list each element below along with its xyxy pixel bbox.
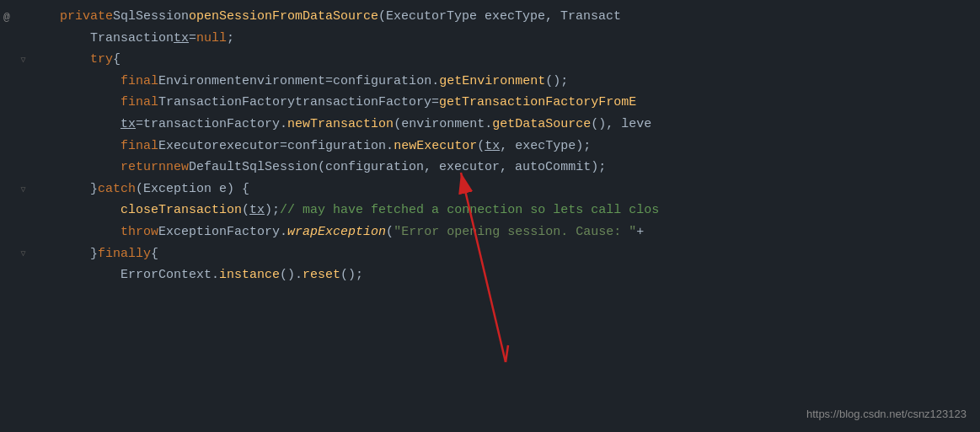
token: SqlSession [113, 7, 189, 27]
token: wrapException [287, 222, 386, 243]
gutter-line-7 [0, 136, 46, 158]
token: (); [545, 72, 568, 92]
gutter-line-4 [0, 72, 46, 93]
token: . [280, 222, 287, 243]
token: Transaction [60, 29, 174, 49]
gutter-line-6 [0, 115, 46, 136]
token: , execType); [500, 136, 591, 157]
code-line-3: try { [46, 50, 980, 72]
fold-catch[interactable] [18, 184, 29, 196]
editor-container: @ private SqlSession op [0, 0, 980, 432]
code-line-5: final TransactionFactory transactionFact… [46, 93, 980, 115]
token: tx [485, 136, 500, 157]
token: final [120, 136, 158, 157]
token: (Exception e) { [136, 179, 249, 200]
token: openSessionFromDataSource [189, 7, 378, 27]
code-line-1: private SqlSession openSessionFromDataSo… [46, 7, 980, 29]
token: getEnvironment [439, 72, 545, 92]
code-area: private SqlSession openSessionFromDataSo… [46, 0, 980, 432]
token: new [166, 157, 189, 178]
token: { [151, 244, 158, 264]
token: (), leve [591, 115, 651, 135]
token: catch [98, 179, 136, 200]
token: (); [340, 265, 363, 285]
token [60, 93, 120, 113]
token [60, 222, 120, 243]
token: ); [265, 200, 280, 221]
token: tx [120, 115, 136, 135]
token: final [120, 93, 158, 113]
token: ( [477, 136, 485, 157]
token: // may have fetched a connection so lets… [280, 200, 659, 221]
token: null [196, 29, 227, 49]
token: getDataSource [492, 115, 591, 135]
token: "Error opening session. Cause: " [394, 222, 636, 243]
token: Executor [158, 136, 219, 157]
token [60, 50, 90, 70]
token: configuration [333, 72, 431, 92]
token: executor [219, 136, 280, 157]
gutter-line-1: @ [0, 7, 46, 29]
token [60, 136, 120, 157]
token: { [113, 50, 120, 70]
token: } [60, 179, 98, 200]
token: = [431, 93, 439, 113]
token: return [120, 157, 166, 178]
token: Environment [158, 72, 242, 92]
code-line-4: final Environment environment = configur… [46, 72, 980, 93]
token: = [280, 136, 287, 157]
code-line-10: closeTransaction ( tx ); // may have fet… [46, 200, 980, 222]
token: try [90, 50, 113, 70]
token: (). [280, 265, 303, 285]
fold-try[interactable] [18, 55, 29, 67]
token: ErrorContext [60, 265, 212, 285]
gutter-line-9[interactable] [0, 179, 46, 201]
token: throw [120, 222, 158, 243]
watermark: https://blog.csdn.net/csnz123123 [806, 406, 967, 424]
token: newExecutor [394, 136, 477, 157]
code-line-9: } catch (Exception e) { [46, 179, 980, 201]
token: = [136, 115, 143, 135]
token: ( [242, 200, 249, 221]
svg-line-2 [506, 345, 508, 362]
token: closeTransaction [120, 200, 242, 221]
token: instance [219, 265, 280, 285]
code-line-13: ErrorContext . instance (). reset (); [46, 265, 980, 287]
code-line-8: return new DefaultSqlSession (configurat… [46, 157, 980, 179]
token: ; [227, 29, 234, 49]
gutter-line-13 [0, 265, 46, 287]
fold-finally[interactable] [18, 248, 29, 260]
at-symbol: @ [3, 8, 10, 26]
code-line-2: Transaction tx = null ; [46, 29, 980, 51]
token: transactionFactory [295, 93, 431, 113]
code-line-12: } finally { [46, 244, 980, 266]
token: configuration [287, 136, 386, 157]
token: reset [303, 265, 340, 285]
token: getTransactionFactoryFromE [439, 93, 636, 113]
token: + [636, 222, 644, 243]
token: transactionFactory [143, 115, 280, 135]
token: newTransaction [287, 115, 394, 135]
token: (configuration, executor, autoCommit); [318, 157, 606, 178]
token: (environment. [394, 115, 492, 135]
gutter-line-3[interactable] [0, 50, 46, 72]
token: = [189, 29, 196, 49]
token [60, 200, 120, 221]
gutter-line-8 [0, 157, 46, 179]
token [60, 72, 120, 92]
token: ExceptionFactory [158, 222, 280, 243]
gutter-line-12[interactable] [0, 244, 46, 266]
gutter-line-5 [0, 93, 46, 115]
token: } [60, 244, 98, 264]
token: tx [174, 29, 189, 49]
token: . [386, 136, 394, 157]
token: DefaultSqlSession [189, 157, 318, 178]
token: . [280, 115, 287, 135]
token: (ExecutorType execType, Transact [378, 7, 621, 27]
token: environment [242, 72, 325, 92]
token: tx [249, 200, 265, 221]
token: TransactionFactory [158, 93, 295, 113]
gutter-line-10 [0, 200, 46, 222]
code-line-6: tx = transactionFactory . newTransaction… [46, 115, 980, 136]
code-line-7: final Executor executor = configuration … [46, 136, 980, 158]
